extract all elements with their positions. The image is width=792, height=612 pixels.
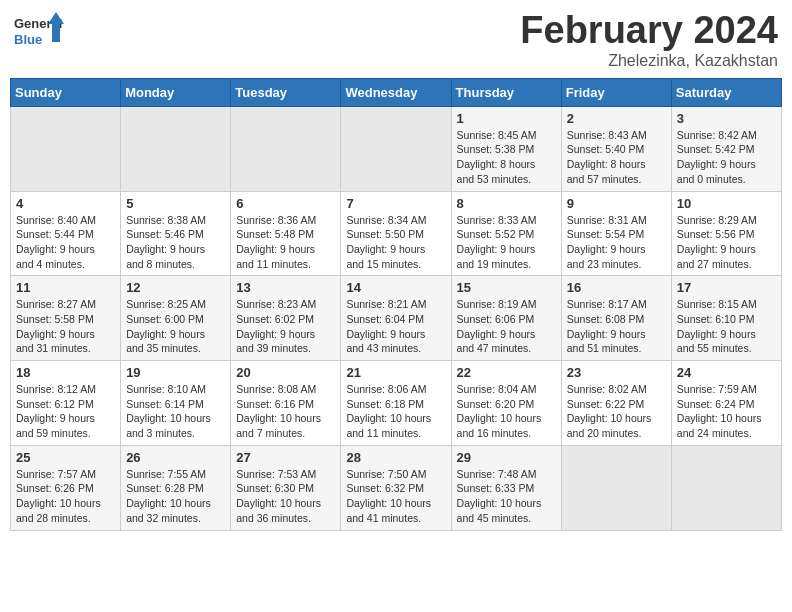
day-info: Sunrise: 8:29 AM Sunset: 5:56 PM Dayligh… (677, 213, 776, 272)
day-cell: 27Sunrise: 7:53 AM Sunset: 6:30 PM Dayli… (231, 445, 341, 530)
day-number: 10 (677, 196, 776, 211)
day-number: 12 (126, 280, 225, 295)
day-cell: 19Sunrise: 8:10 AM Sunset: 6:14 PM Dayli… (121, 361, 231, 446)
day-number: 18 (16, 365, 115, 380)
day-cell: 15Sunrise: 8:19 AM Sunset: 6:06 PM Dayli… (451, 276, 561, 361)
col-header-monday: Monday (121, 78, 231, 106)
col-header-sunday: Sunday (11, 78, 121, 106)
day-cell (341, 106, 451, 191)
day-number: 5 (126, 196, 225, 211)
day-number: 24 (677, 365, 776, 380)
day-info: Sunrise: 8:36 AM Sunset: 5:48 PM Dayligh… (236, 213, 335, 272)
day-cell: 3Sunrise: 8:42 AM Sunset: 5:42 PM Daylig… (671, 106, 781, 191)
day-cell (11, 106, 121, 191)
day-cell: 13Sunrise: 8:23 AM Sunset: 6:02 PM Dayli… (231, 276, 341, 361)
week-row-3: 11Sunrise: 8:27 AM Sunset: 5:58 PM Dayli… (11, 276, 782, 361)
day-cell: 28Sunrise: 7:50 AM Sunset: 6:32 PM Dayli… (341, 445, 451, 530)
day-number: 9 (567, 196, 666, 211)
day-info: Sunrise: 7:55 AM Sunset: 6:28 PM Dayligh… (126, 467, 225, 526)
day-info: Sunrise: 8:08 AM Sunset: 6:16 PM Dayligh… (236, 382, 335, 441)
week-row-5: 25Sunrise: 7:57 AM Sunset: 6:26 PM Dayli… (11, 445, 782, 530)
day-number: 3 (677, 111, 776, 126)
day-cell: 21Sunrise: 8:06 AM Sunset: 6:18 PM Dayli… (341, 361, 451, 446)
day-cell: 17Sunrise: 8:15 AM Sunset: 6:10 PM Dayli… (671, 276, 781, 361)
calendar-table: SundayMondayTuesdayWednesdayThursdayFrid… (10, 78, 782, 531)
day-cell (121, 106, 231, 191)
day-cell: 20Sunrise: 8:08 AM Sunset: 6:16 PM Dayli… (231, 361, 341, 446)
day-info: Sunrise: 8:40 AM Sunset: 5:44 PM Dayligh… (16, 213, 115, 272)
day-number: 19 (126, 365, 225, 380)
day-cell: 22Sunrise: 8:04 AM Sunset: 6:20 PM Dayli… (451, 361, 561, 446)
day-number: 16 (567, 280, 666, 295)
col-header-thursday: Thursday (451, 78, 561, 106)
week-row-1: 1Sunrise: 8:45 AM Sunset: 5:38 PM Daylig… (11, 106, 782, 191)
day-info: Sunrise: 8:33 AM Sunset: 5:52 PM Dayligh… (457, 213, 556, 272)
day-info: Sunrise: 8:21 AM Sunset: 6:04 PM Dayligh… (346, 297, 445, 356)
day-info: Sunrise: 8:43 AM Sunset: 5:40 PM Dayligh… (567, 128, 666, 187)
day-info: Sunrise: 8:06 AM Sunset: 6:18 PM Dayligh… (346, 382, 445, 441)
day-number: 28 (346, 450, 445, 465)
day-info: Sunrise: 7:53 AM Sunset: 6:30 PM Dayligh… (236, 467, 335, 526)
day-cell: 8Sunrise: 8:33 AM Sunset: 5:52 PM Daylig… (451, 191, 561, 276)
day-info: Sunrise: 7:59 AM Sunset: 6:24 PM Dayligh… (677, 382, 776, 441)
day-number: 7 (346, 196, 445, 211)
day-cell: 9Sunrise: 8:31 AM Sunset: 5:54 PM Daylig… (561, 191, 671, 276)
day-cell: 6Sunrise: 8:36 AM Sunset: 5:48 PM Daylig… (231, 191, 341, 276)
day-info: Sunrise: 8:31 AM Sunset: 5:54 PM Dayligh… (567, 213, 666, 272)
day-info: Sunrise: 8:12 AM Sunset: 6:12 PM Dayligh… (16, 382, 115, 441)
day-cell: 12Sunrise: 8:25 AM Sunset: 6:00 PM Dayli… (121, 276, 231, 361)
day-info: Sunrise: 8:42 AM Sunset: 5:42 PM Dayligh… (677, 128, 776, 187)
day-info: Sunrise: 8:34 AM Sunset: 5:50 PM Dayligh… (346, 213, 445, 272)
day-cell: 23Sunrise: 8:02 AM Sunset: 6:22 PM Dayli… (561, 361, 671, 446)
day-cell (561, 445, 671, 530)
day-cell: 25Sunrise: 7:57 AM Sunset: 6:26 PM Dayli… (11, 445, 121, 530)
week-row-4: 18Sunrise: 8:12 AM Sunset: 6:12 PM Dayli… (11, 361, 782, 446)
day-number: 26 (126, 450, 225, 465)
page-header: General Blue February 2024 Zhelezinka, K… (10, 10, 782, 70)
day-cell: 14Sunrise: 8:21 AM Sunset: 6:04 PM Dayli… (341, 276, 451, 361)
day-number: 2 (567, 111, 666, 126)
day-number: 25 (16, 450, 115, 465)
day-cell: 18Sunrise: 8:12 AM Sunset: 6:12 PM Dayli… (11, 361, 121, 446)
day-info: Sunrise: 8:02 AM Sunset: 6:22 PM Dayligh… (567, 382, 666, 441)
day-cell: 2Sunrise: 8:43 AM Sunset: 5:40 PM Daylig… (561, 106, 671, 191)
day-number: 13 (236, 280, 335, 295)
day-number: 21 (346, 365, 445, 380)
calendar-header-row: SundayMondayTuesdayWednesdayThursdayFrid… (11, 78, 782, 106)
day-info: Sunrise: 8:27 AM Sunset: 5:58 PM Dayligh… (16, 297, 115, 356)
day-cell: 7Sunrise: 8:34 AM Sunset: 5:50 PM Daylig… (341, 191, 451, 276)
day-cell: 16Sunrise: 8:17 AM Sunset: 6:08 PM Dayli… (561, 276, 671, 361)
day-cell: 11Sunrise: 8:27 AM Sunset: 5:58 PM Dayli… (11, 276, 121, 361)
day-number: 23 (567, 365, 666, 380)
day-info: Sunrise: 8:04 AM Sunset: 6:20 PM Dayligh… (457, 382, 556, 441)
day-info: Sunrise: 8:25 AM Sunset: 6:00 PM Dayligh… (126, 297, 225, 356)
location-subtitle: Zhelezinka, Kazakhstan (520, 52, 778, 70)
day-info: Sunrise: 8:15 AM Sunset: 6:10 PM Dayligh… (677, 297, 776, 356)
day-info: Sunrise: 8:23 AM Sunset: 6:02 PM Dayligh… (236, 297, 335, 356)
day-number: 29 (457, 450, 556, 465)
col-header-saturday: Saturday (671, 78, 781, 106)
col-header-tuesday: Tuesday (231, 78, 341, 106)
col-header-friday: Friday (561, 78, 671, 106)
day-info: Sunrise: 8:19 AM Sunset: 6:06 PM Dayligh… (457, 297, 556, 356)
day-number: 8 (457, 196, 556, 211)
day-number: 14 (346, 280, 445, 295)
day-cell (231, 106, 341, 191)
day-number: 4 (16, 196, 115, 211)
day-cell: 24Sunrise: 7:59 AM Sunset: 6:24 PM Dayli… (671, 361, 781, 446)
svg-text:Blue: Blue (14, 32, 42, 47)
day-number: 15 (457, 280, 556, 295)
day-number: 1 (457, 111, 556, 126)
day-cell: 5Sunrise: 8:38 AM Sunset: 5:46 PM Daylig… (121, 191, 231, 276)
day-number: 22 (457, 365, 556, 380)
day-info: Sunrise: 7:57 AM Sunset: 6:26 PM Dayligh… (16, 467, 115, 526)
day-info: Sunrise: 7:50 AM Sunset: 6:32 PM Dayligh… (346, 467, 445, 526)
day-number: 17 (677, 280, 776, 295)
day-info: Sunrise: 8:17 AM Sunset: 6:08 PM Dayligh… (567, 297, 666, 356)
day-number: 6 (236, 196, 335, 211)
col-header-wednesday: Wednesday (341, 78, 451, 106)
day-cell: 10Sunrise: 8:29 AM Sunset: 5:56 PM Dayli… (671, 191, 781, 276)
day-cell: 26Sunrise: 7:55 AM Sunset: 6:28 PM Dayli… (121, 445, 231, 530)
day-info: Sunrise: 8:38 AM Sunset: 5:46 PM Dayligh… (126, 213, 225, 272)
logo: General Blue (14, 10, 64, 55)
